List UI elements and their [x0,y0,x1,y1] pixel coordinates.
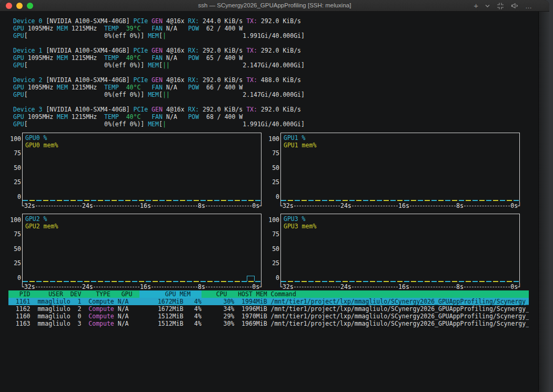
text-segment [140,113,152,120]
axis-line [36,287,82,287]
text-segment: 244.0 KiB/s [203,17,246,25]
x-tick-label: 0s┘ [252,283,263,290]
process-row[interactable]: 1162 mmagliulo 2 Compute N/A 1672MiB 4% … [8,305,529,313]
text-segment: 1215MHz [72,113,104,120]
text-segment: [NVIDIA A100-SXM4-40GB] [46,17,133,25]
text-segment: [ [159,32,163,39]
chart-plot-area: GPU1 %GPU1 mem% [280,133,520,203]
x-axis: └32s24s16s8s0s┘ [21,283,263,290]
window-title: ssh — SCynergy2026_GPUAppProfiling [SSH:… [0,2,549,8]
text-segment: FAN [152,113,166,120]
text-segment: PCIe [133,47,152,54]
text-segment: TEMP [104,113,126,120]
axis-line [464,287,510,287]
text-segment: 488.0 KiB/s [261,76,301,84]
text-segment: GPU MEM [139,290,202,298]
text-segment: | [163,32,166,39]
gpu-device-stats: Device 0 [NVIDIA A100-SXM4-40GB] PCIe GE… [13,17,305,128]
chart-legend: GPU2 %GPU2 mem% [25,216,58,230]
legend-entry: GPU0 mem% [25,142,58,149]
x-tick-label: 0s┘ [252,202,263,209]
text-segment: 68 / 400 W [206,113,243,120]
terminal-line: GPU[ 0%(eff 0%)] MEM[|| 2.147Gi/40.000Gi… [13,91,305,98]
text-segment: FAN [152,84,166,91]
text-segment: GEN [152,17,166,25]
text-segment: GPU [13,32,24,39]
x-tick-label: 24s [340,283,351,290]
y-tick-label: 50 [266,246,279,253]
terminal-line: Device 3 [NVIDIA A100-SXM4-40GB] PCIe GE… [13,106,305,113]
text-segment: 1162 mmagliulo 2 [8,305,88,313]
terminal-line: Device 2 [NVIDIA A100-SXM4-40GB] PCIe GE… [13,76,305,84]
y-tick-label: 25 [7,179,21,186]
x-tick-label: 16s [398,202,409,209]
text-segment: Compute [88,320,114,327]
x-tick-label: 16s [140,283,151,290]
text-segment: MEM [57,113,72,120]
new-tab-button[interactable]: + [474,2,478,10]
text-segment: MEM [57,25,72,32]
y-tick-label: 25 [266,179,279,186]
axis-line [94,287,139,287]
text-segment: GPU [13,120,24,128]
text-segment: [NVIDIA A100-SXM4-40GB] [46,106,133,113]
text-segment: RX: [188,106,203,113]
text-segment: | [163,120,166,128]
text-segment: POW [188,25,206,32]
y-tick-label: 75 [7,150,21,157]
text-segment: MEM [57,84,72,91]
process-row[interactable]: 1161 mmagliulo 1 Compute N/A 1672MiB 4% … [8,298,529,305]
gpu1-chart: 1007550250 GPU1 %GPU1 mem% └32s24s16s8s0… [266,133,520,210]
text-segment: PCIe [133,17,152,25]
text-segment: 1160 mmagliulo 0 [8,313,88,320]
text-segment: RX: [188,76,203,84]
process-row[interactable]: 1163 mmagliulo 3 Compute N/A 1512MiB 4% … [8,320,529,327]
chevron-down-icon[interactable] [485,2,490,10]
y-axis-labels: 1007550250 [7,133,21,203]
terminal-content[interactable]: Device 0 [NVIDIA A100-SXM4-40GB] PCIe GE… [0,12,538,392]
text-segment: RX: [188,17,203,25]
text-segment: TEMP [104,25,126,32]
legend-entry: GPU1 % [284,135,316,142]
x-tick-label: 0s┘ [510,202,521,209]
text-segment: 1215MHz [72,54,104,62]
text-segment: MEM [148,62,159,69]
text-segment: GEN [152,47,166,54]
text-segment: 40°C [126,113,141,120]
utilization-baseline-series [23,200,261,201]
terminal-line: GPU[ 0%(eff 0%)] MEM[| 1.991Gi/40.000Gi] [13,120,305,128]
text-segment: TX: [246,76,261,84]
x-tick-label: 24s [82,283,93,290]
x-tick-label: 24s [340,202,351,209]
process-row[interactable]: 1160 mmagliulo 0 Compute N/A 1512MiB 4% … [8,313,529,320]
text-segment: 1.991Gi/40.000Gi] [166,120,305,128]
text-segment: N/A 1512MiB 4% 30% 1969MiB /mnt/tier1/pr… [114,320,529,327]
text-segment: N/A 1672MiB 4% 34% 1996MiB /mnt/tier1/pr… [114,305,529,313]
x-tick-label: └32s [279,202,294,209]
chart-plot-area: GPU2 %GPU2 mem% [22,214,262,284]
more-options-button[interactable]: … [525,2,532,10]
gpu3-chart: 1007550250 GPU3 %GPU3 mem% └32s24s16s8s0… [266,214,520,292]
axis-line [352,206,398,206]
chart-legend: GPU3 %GPU3 mem% [284,216,316,230]
process-table-header: PID USER DEV TYPE GPU GPU MEM CPU HOST M… [8,290,529,298]
text-segment: 292.0 KiB/s [261,17,301,25]
terminal-line: Device 1 [NVIDIA A100-SXM4-40GB] PCIe GE… [13,47,305,54]
text-segment: CPU HOST MEM Command [202,290,296,298]
x-tick-label: 8s [456,283,464,290]
text-segment: N/A [166,25,188,32]
titlebar[interactable]: ssh — SCynergy2026_GPUAppProfiling [SSH:… [0,0,549,12]
text-segment [140,54,152,62]
compact-mode-icon[interactable] [497,2,504,10]
broadcast-input-icon[interactable] [511,2,518,10]
x-tick-label: 24s [82,202,93,209]
text-segment: MEM [57,54,72,62]
process-table: PID USER DEV TYPE GPU GPU MEM CPU HOST M… [8,290,529,327]
text-segment: Compute [88,313,114,320]
text-segment: [ [159,62,163,69]
text-segment: Device 2 [13,76,46,84]
x-tick-label: 16s [398,283,409,290]
text-segment: 1095MHz [28,84,57,91]
y-tick-label: 50 [7,165,21,172]
x-axis: └32s24s16s8s0s┘ [279,283,521,290]
